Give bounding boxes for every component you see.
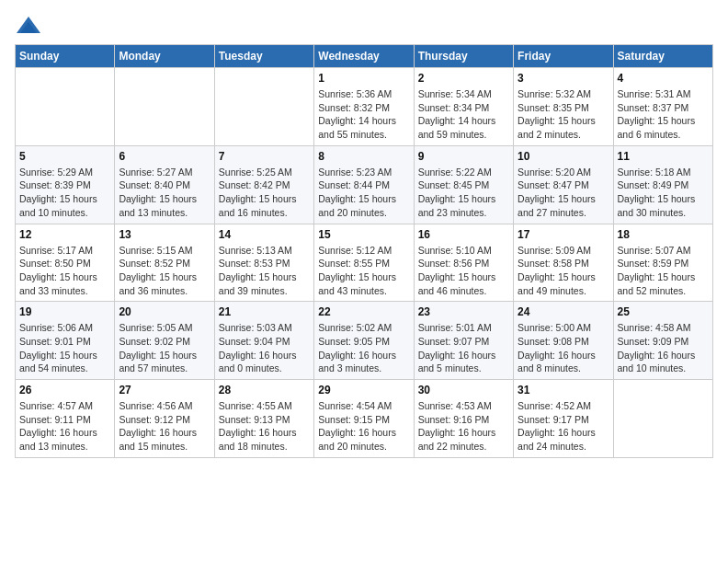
calendar-week-row: 1Sunrise: 5:36 AM Sunset: 8:32 PM Daylig… [16,68,713,146]
day-number: 21 [219,305,310,318]
calendar-cell: 15Sunrise: 5:12 AM Sunset: 8:55 PM Dayli… [314,224,414,302]
day-info: Sunrise: 5:36 AM Sunset: 8:32 PM Dayligh… [318,87,409,142]
calendar-cell: 16Sunrise: 5:10 AM Sunset: 8:56 PM Dayli… [414,224,513,302]
calendar-cell: 8Sunrise: 5:23 AM Sunset: 8:44 PM Daylig… [314,145,414,224]
calendar-table: SundayMondayTuesdayWednesdayThursdayFrid… [15,44,713,458]
day-info: Sunrise: 5:25 AM Sunset: 8:42 PM Dayligh… [219,166,310,220]
calendar-cell: 26Sunrise: 4:57 AM Sunset: 9:11 PM Dayli… [16,380,115,458]
day-info: Sunrise: 5:18 AM Sunset: 8:49 PM Dayligh… [618,166,709,220]
calendar-cell: 17Sunrise: 5:09 AM Sunset: 8:58 PM Dayli… [514,224,613,302]
day-number: 17 [518,228,609,241]
page-header [15,15,713,37]
day-number: 31 [518,384,609,396]
calendar-cell: 1Sunrise: 5:36 AM Sunset: 8:32 PM Daylig… [314,68,414,146]
calendar-cell: 20Sunrise: 5:05 AM Sunset: 9:02 PM Dayli… [115,302,214,380]
day-number: 14 [219,228,310,241]
day-info: Sunrise: 5:01 AM Sunset: 9:07 PM Dayligh… [418,321,509,375]
day-number: 15 [318,228,409,241]
calendar-header-saturday: Saturday [613,45,712,68]
day-info: Sunrise: 4:57 AM Sunset: 9:11 PM Dayligh… [19,399,110,454]
calendar-cell [16,68,115,146]
day-info: Sunrise: 5:06 AM Sunset: 9:01 PM Dayligh… [19,321,110,375]
day-number: 11 [618,150,709,163]
day-info: Sunrise: 5:32 AM Sunset: 8:35 PM Dayligh… [518,87,609,142]
day-number: 4 [618,72,709,85]
day-number: 19 [19,305,110,318]
day-number: 26 [19,384,110,396]
calendar-cell: 18Sunrise: 5:07 AM Sunset: 8:59 PM Dayli… [613,224,712,302]
calendar-cell: 2Sunrise: 5:34 AM Sunset: 8:34 PM Daylig… [414,68,513,146]
calendar-cell: 24Sunrise: 5:00 AM Sunset: 9:08 PM Dayli… [514,302,613,380]
calendar-cell: 22Sunrise: 5:02 AM Sunset: 9:05 PM Dayli… [314,302,414,380]
day-info: Sunrise: 5:23 AM Sunset: 8:44 PM Dayligh… [318,166,409,220]
calendar-header-tuesday: Tuesday [214,45,313,68]
calendar-cell: 27Sunrise: 4:56 AM Sunset: 9:12 PM Dayli… [115,380,214,458]
calendar-cell: 3Sunrise: 5:32 AM Sunset: 8:35 PM Daylig… [514,68,613,146]
day-info: Sunrise: 5:00 AM Sunset: 9:08 PM Dayligh… [518,321,609,375]
calendar-header-monday: Monday [115,45,214,68]
day-number: 6 [119,150,210,163]
day-info: Sunrise: 4:54 AM Sunset: 9:15 PM Dayligh… [318,399,409,454]
day-number: 10 [518,150,609,163]
calendar-week-row: 5Sunrise: 5:29 AM Sunset: 8:39 PM Daylig… [16,145,713,224]
day-number: 23 [418,305,509,318]
day-number: 2 [418,72,509,85]
day-number: 12 [19,228,110,241]
calendar-header-row: SundayMondayTuesdayWednesdayThursdayFrid… [16,45,713,68]
day-info: Sunrise: 4:55 AM Sunset: 9:13 PM Dayligh… [219,399,310,454]
day-number: 16 [418,228,509,241]
calendar-cell [613,380,712,458]
calendar-week-row: 26Sunrise: 4:57 AM Sunset: 9:11 PM Dayli… [16,380,713,458]
logo-icon [15,15,42,37]
calendar-cell: 30Sunrise: 4:53 AM Sunset: 9:16 PM Dayli… [414,380,513,458]
day-info: Sunrise: 4:52 AM Sunset: 9:17 PM Dayligh… [518,399,609,454]
day-info: Sunrise: 5:10 AM Sunset: 8:56 PM Dayligh… [418,244,509,298]
calendar-week-row: 12Sunrise: 5:17 AM Sunset: 8:50 PM Dayli… [16,224,713,302]
calendar-cell: 4Sunrise: 5:31 AM Sunset: 8:37 PM Daylig… [613,68,712,146]
calendar-cell [214,68,313,146]
day-info: Sunrise: 5:05 AM Sunset: 9:02 PM Dayligh… [119,321,210,375]
day-number: 18 [618,228,709,241]
day-info: Sunrise: 5:13 AM Sunset: 8:53 PM Dayligh… [219,244,310,298]
day-info: Sunrise: 5:27 AM Sunset: 8:40 PM Dayligh… [119,166,210,220]
calendar-header-wednesday: Wednesday [314,45,414,68]
day-number: 7 [219,150,310,163]
day-info: Sunrise: 5:12 AM Sunset: 8:55 PM Dayligh… [318,244,409,298]
calendar-cell [115,68,214,146]
calendar-cell: 31Sunrise: 4:52 AM Sunset: 9:17 PM Dayli… [514,380,613,458]
calendar-cell: 12Sunrise: 5:17 AM Sunset: 8:50 PM Dayli… [16,224,115,302]
day-info: Sunrise: 4:56 AM Sunset: 9:12 PM Dayligh… [119,399,210,454]
calendar-cell: 11Sunrise: 5:18 AM Sunset: 8:49 PM Dayli… [613,145,712,224]
calendar-cell: 23Sunrise: 5:01 AM Sunset: 9:07 PM Dayli… [414,302,513,380]
day-number: 24 [518,305,609,318]
day-info: Sunrise: 5:09 AM Sunset: 8:58 PM Dayligh… [518,244,609,298]
calendar-cell: 19Sunrise: 5:06 AM Sunset: 9:01 PM Dayli… [16,302,115,380]
day-info: Sunrise: 5:29 AM Sunset: 8:39 PM Dayligh… [19,166,110,220]
calendar-cell: 29Sunrise: 4:54 AM Sunset: 9:15 PM Dayli… [314,380,414,458]
calendar-cell: 9Sunrise: 5:22 AM Sunset: 8:45 PM Daylig… [414,145,513,224]
day-info: Sunrise: 5:02 AM Sunset: 9:05 PM Dayligh… [318,321,409,375]
calendar-cell: 25Sunrise: 4:58 AM Sunset: 9:09 PM Dayli… [613,302,712,380]
day-info: Sunrise: 5:22 AM Sunset: 8:45 PM Dayligh… [418,166,509,220]
day-number: 30 [418,384,509,396]
day-number: 29 [318,384,409,396]
day-info: Sunrise: 5:34 AM Sunset: 8:34 PM Dayligh… [418,87,509,142]
logo [15,15,46,37]
day-number: 22 [318,305,409,318]
calendar-cell: 7Sunrise: 5:25 AM Sunset: 8:42 PM Daylig… [214,145,313,224]
day-number: 5 [19,150,110,163]
day-info: Sunrise: 5:17 AM Sunset: 8:50 PM Dayligh… [19,244,110,298]
day-info: Sunrise: 4:58 AM Sunset: 9:09 PM Dayligh… [618,321,709,375]
calendar-cell: 5Sunrise: 5:29 AM Sunset: 8:39 PM Daylig… [16,145,115,224]
day-info: Sunrise: 5:20 AM Sunset: 8:47 PM Dayligh… [518,166,609,220]
calendar-header-sunday: Sunday [16,45,115,68]
calendar-cell: 21Sunrise: 5:03 AM Sunset: 9:04 PM Dayli… [214,302,313,380]
day-number: 3 [518,72,609,85]
calendar-header-thursday: Thursday [414,45,513,68]
calendar-cell: 10Sunrise: 5:20 AM Sunset: 8:47 PM Dayli… [514,145,613,224]
day-number: 13 [119,228,210,241]
day-info: Sunrise: 4:53 AM Sunset: 9:16 PM Dayligh… [418,399,509,454]
calendar-cell: 13Sunrise: 5:15 AM Sunset: 8:52 PM Dayli… [115,224,214,302]
day-number: 9 [418,150,509,163]
calendar-cell: 14Sunrise: 5:13 AM Sunset: 8:53 PM Dayli… [214,224,313,302]
